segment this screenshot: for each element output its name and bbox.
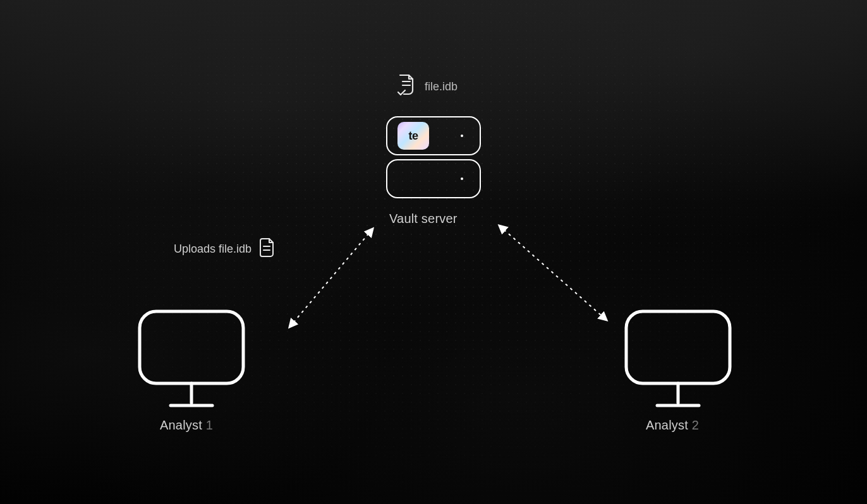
monitor-analyst-2 <box>624 309 732 413</box>
monitor-analyst-1 <box>138 309 245 413</box>
analyst-2-label: Analyst 2 <box>646 418 699 433</box>
svg-rect-2 <box>140 311 243 383</box>
analyst-2-prefix: Analyst <box>646 418 692 432</box>
analyst-2-num: 2 <box>692 418 699 432</box>
svg-rect-5 <box>626 311 730 383</box>
arrow-right <box>0 0 867 504</box>
analyst-1-prefix: Analyst <box>160 418 206 432</box>
analyst-1-label: Analyst 1 <box>160 418 213 433</box>
analyst-1-num: 1 <box>206 418 213 432</box>
diagram-stage: file.idb te Vault server Uploads file.id… <box>0 0 867 504</box>
svg-line-1 <box>499 225 607 320</box>
